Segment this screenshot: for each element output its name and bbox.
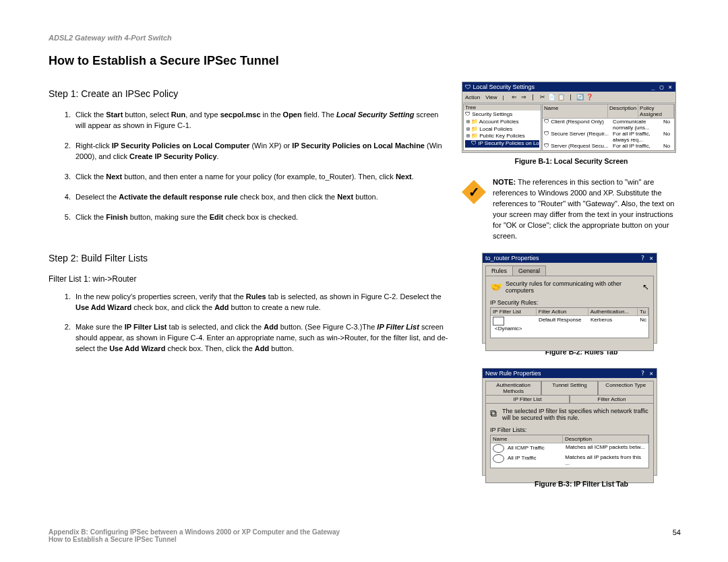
checkbox-icon — [493, 317, 504, 325]
tab-panel: 🤝 Security rules for communicating with … — [485, 276, 654, 351]
list-row: All ICMP Traffic Matches all ICMP packet… — [491, 443, 648, 454]
step2-subheading: Filter List 1: win->Router — [49, 274, 450, 284]
tab-panel: ⧉ The selected IP filter list specifies … — [485, 403, 654, 483]
tab-tunnel: Tunnel Setting — [541, 381, 597, 395]
step1-list: Click the Start button, select Run, and … — [49, 110, 450, 223]
back-icon: ⇐ — [510, 93, 519, 101]
tree-root: 🛡 Security Settings — [465, 111, 539, 119]
tab-general: General — [512, 266, 546, 276]
step1-item-5: Click the Finish button, making sure the… — [73, 212, 450, 223]
page-footer: Appendix B: Configuring IPSec between a … — [49, 528, 681, 543]
window-buttons: _ ▢ ✕ — [651, 84, 673, 90]
right-column: 🛡 Local Security Settings _ ▢ ✕ Action V… — [462, 82, 681, 500]
fwd-icon: ⇒ — [519, 93, 528, 101]
list-row: 🛡 Secure Server (Requir...For all IP tra… — [543, 131, 674, 143]
window-titlebar: New Rule Properties ? ✕ — [483, 369, 657, 378]
rules-label: IP Security Rules: — [490, 299, 649, 306]
tabstrip: Rules General — [485, 266, 654, 276]
panel-desc: Security rules for communicating with ot… — [506, 280, 632, 294]
refresh-icon: 🔄 — [576, 93, 585, 101]
window-titlebar: 🛡 Local Security Settings _ ▢ ✕ — [462, 82, 675, 92]
panel-desc: The selected IP filter list specifies wh… — [502, 408, 649, 421]
step1-item-4: Deselect the Activate the default respon… — [73, 192, 450, 203]
figure-b3-caption: Figure B-3: IP Filter List Tab — [482, 480, 681, 488]
tree-item-selected: 🛡 IP Security Policies on Local Machine — [465, 140, 539, 148]
warning-icon: ✓ — [462, 180, 486, 204]
page-title: How to Establish a Secure IPSec Tunnel — [49, 54, 681, 68]
doc-header: ADSL2 Gateway with 4-Port Switch — [49, 34, 681, 42]
prop-icon: 📋 — [557, 93, 566, 101]
copy-icon: 📄 — [547, 93, 557, 101]
note-block: ✓ NOTE: The references in this section t… — [462, 177, 681, 242]
figure-b3-window: New Rule Properties ? ✕ Authentication M… — [482, 368, 657, 476]
tabstrip-back: Authentication Methods Tunnel Setting Co… — [485, 381, 654, 395]
figure-b1-caption: Figure B-1: Local Security Screen — [462, 157, 681, 165]
filterlists-label: IP Filter Lists: — [490, 427, 649, 433]
list-header: IP Filter List Filter Action Authenticat… — [491, 308, 648, 316]
filter-icon: ⧉ — [490, 408, 497, 419]
tree-item: ⊞📁 Public Key Policies — [465, 133, 539, 140]
rules-list: IP Filter List Filter Action Authenticat… — [490, 307, 649, 338]
figure-b2-window: to_router Properties ? ✕ Rules General 🤝… — [482, 253, 657, 344]
filter-list: Name Description All ICMP Traffic Matche… — [490, 435, 649, 468]
step1-item-3: Click the Next button, and then enter a … — [73, 172, 450, 183]
cursor-icon: ↖ — [642, 282, 649, 292]
tab-conn: Connection Type — [598, 381, 654, 395]
tree-item: ⊞📁 Account Policies — [465, 119, 539, 126]
list-row: All IP Traffic Matches all IP packets fr… — [491, 454, 648, 467]
step2-heading: Step 2: Build Filter Lists — [49, 253, 450, 263]
sep: | — [528, 93, 538, 101]
note-text: NOTE: The references in this section to … — [493, 177, 681, 242]
menu-view: View — [485, 94, 497, 100]
step2-item-1: In the new policy's properties screen, v… — [73, 292, 450, 313]
list-row: 🛡 Client (Respond Only)Communicate norma… — [543, 119, 674, 131]
toolbar-icons: ⇐⇒|✂📄📋|🔄❓ — [510, 93, 595, 101]
handshake-icon: 🤝 — [490, 282, 502, 292]
list-row: <Dynamic> Default Response Kerberos Nc — [491, 316, 648, 332]
step1-item-1: Click the Start button, select Run, and … — [73, 110, 450, 131]
cut-icon: ✂ — [538, 93, 547, 101]
footer-line2: How to Establish a Secure IPSec Tunnel — [49, 536, 681, 543]
step1-item-2: Right-click IP Security Policies on Loca… — [73, 141, 450, 162]
tab-rules: Rules — [485, 266, 513, 276]
list-row: 🛡 Server (Request Secu...For all IP traf… — [543, 143, 674, 151]
tab-auth: Authentication Methods — [485, 381, 541, 395]
list-header: Name Description Policy Assigned — [543, 104, 674, 119]
tree-header: Tree — [464, 104, 541, 111]
sep: | — [566, 93, 576, 101]
window-buttons: ? ✕ — [641, 255, 654, 261]
tab-ipfilter: IP Filter List — [485, 395, 570, 403]
step1-heading: Step 1: Create an IPSec Policy — [49, 88, 450, 99]
tab-filteraction: Filter Action — [570, 395, 654, 403]
radio-icon — [493, 444, 504, 453]
tree-panel: Tree 🛡 Security Settings ⊞📁 Account Poli… — [463, 104, 541, 151]
figure-b2: to_router Properties ? ✕ Rules General 🤝… — [462, 253, 681, 356]
help-icon: ❓ — [585, 93, 595, 101]
tabstrip-front: IP Filter List Filter Action — [485, 395, 654, 403]
figure-b1: 🛡 Local Security Settings _ ▢ ✕ Action V… — [462, 82, 681, 165]
radio-icon — [493, 454, 504, 463]
page-number: 54 — [673, 528, 681, 536]
figure-b3: New Rule Properties ? ✕ Authentication M… — [462, 368, 681, 488]
figure-b1-window: 🛡 Local Security Settings _ ▢ ✕ Action V… — [462, 82, 676, 153]
left-column: Step 1: Create an IPSec Policy Click the… — [49, 82, 450, 371]
window-buttons: ? ✕ — [641, 370, 654, 377]
list-panel: Name Description Policy Assigned 🛡 Clien… — [542, 104, 675, 151]
window-titlebar: to_router Properties ? ✕ — [483, 253, 657, 263]
app-icon: 🛡 — [465, 84, 473, 90]
step2-item-2: Make sure the IP Filter List tab is sele… — [73, 322, 450, 354]
list-header: Name Description — [491, 435, 648, 443]
step2-list: In the new policy's properties screen, v… — [49, 292, 450, 355]
menubar: Action View | ⇐⇒|✂📄📋|🔄❓ — [462, 92, 675, 103]
menu-action: Action — [465, 94, 480, 100]
tree-item: ⊞📁 Local Policies — [465, 126, 539, 133]
footer-line1: Appendix B: Configuring IPSec between a … — [49, 528, 681, 536]
